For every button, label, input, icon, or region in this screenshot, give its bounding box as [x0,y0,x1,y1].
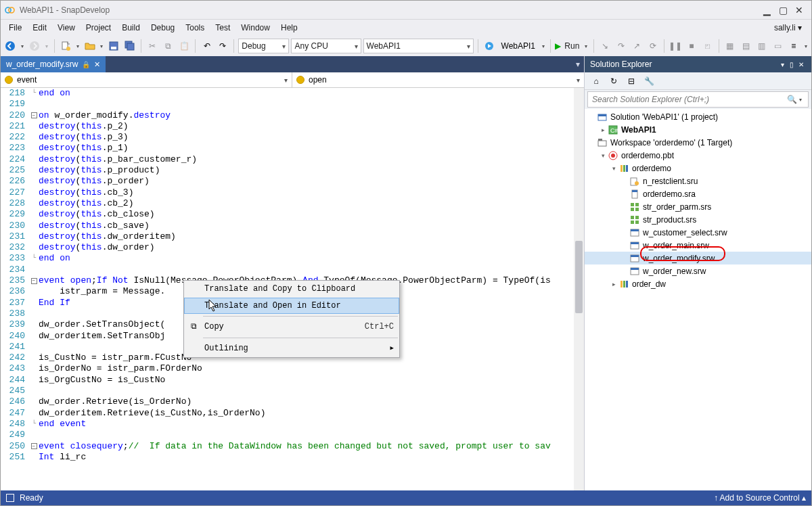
maximize-button[interactable]: ▢ [775,4,791,16]
panel-close-icon[interactable]: ✕ [796,61,806,68]
menu-build[interactable]: Build [116,21,145,34]
svg-point-18 [611,154,615,158]
svg-rect-12 [598,114,606,116]
menu-edit[interactable]: Edit [27,21,52,34]
svg-rect-16 [598,139,602,141]
tree-orderdemo[interactable]: ▾orderdemo [585,162,811,175]
svg-point-5 [66,47,70,51]
scope-dropdown[interactable]: event ▾ [1,72,292,87]
toolbar: ▾ ▾ ▾ ▾ ✂ ⧉ 📋 ↶ ↷ Debug▾ Any CPU▾ WebAPI… [1,36,811,56]
member-dropdown[interactable]: open ▾ [292,72,584,87]
tree-w-order-new-srw[interactable]: w_order_new.srw [585,264,811,277]
svg-rect-21 [626,165,628,172]
panel-pin-icon[interactable]: ▯ [787,61,796,68]
menu-test[interactable]: Test [210,21,235,34]
menubar: FileEditViewProjectBuildDebugToolsTestWi… [1,20,811,36]
tab-close-icon[interactable]: ✕ [94,60,100,69]
nav-back-button[interactable] [3,39,17,53]
se-refresh-icon[interactable]: ↻ [606,74,621,89]
panel-menu-icon[interactable]: ▾ [777,61,787,68]
undo-button[interactable]: ↶ [200,39,213,53]
ctx-copy[interactable]: ⧉CopyCtrl+C [184,319,399,336]
tree-order-dw[interactable]: ▸order_dw [585,277,811,290]
ctx-outlining[interactable]: Outlining▶ [184,340,399,357]
tree-str-order-parm-srs[interactable]: str_order_parm.srs [585,200,811,213]
close-button[interactable]: ✕ [791,4,807,16]
run-button[interactable]: ▶Run▾ [555,41,589,51]
search-input[interactable] [592,95,787,104]
project-select[interactable]: WebAPI1▾ [363,39,474,53]
solution-explorer-title: Solution Explorer ▾ ▯ ✕ [585,56,811,72]
search-icon[interactable]: 🔍 [787,95,797,104]
save-button[interactable] [107,39,120,53]
ctx-translate-and-copy-to-clipboard[interactable]: Translate and Copy to Clipboard [184,281,399,298]
launch-dropdown[interactable]: ▾ [540,43,546,49]
nav-forward-dropdown: ▾ [43,43,49,49]
svg-rect-44 [626,281,628,288]
tree-webapi1[interactable]: ▸C#WebAPI1 [585,123,811,136]
vertical-scrollbar[interactable] [574,88,584,490]
svg-rect-20 [623,165,625,172]
solution-explorer-toolbar: ⌂ ↻ ⊟ 🔧 [585,72,811,90]
svg-rect-30 [631,216,634,219]
svg-rect-35 [631,229,639,231]
se-home-icon[interactable]: ⌂ [589,74,604,89]
config-select[interactable]: Debug▾ [238,39,289,53]
debug-step-over-icon: ↷ [614,39,628,53]
tree-solution-webapi1-1-project-[interactable]: Solution 'WebAPI1' (1 project) [585,110,811,123]
menu-help[interactable]: Help [275,21,303,34]
menu-debug[interactable]: Debug [145,21,180,34]
solution-explorer-pane: Solution Explorer ▾ ▯ ✕ ⌂ ↻ ⊟ 🔧 🔍 ▾ Solu… [584,56,811,490]
file-icon [629,266,640,277]
tree-str-product-srs[interactable]: str_product.srs [585,213,811,226]
svg-rect-19 [621,165,623,172]
new-file-dropdown[interactable]: ▾ [74,43,81,49]
se-properties-icon[interactable]: 🔧 [641,74,656,89]
cut-button: ✂ [145,39,159,53]
tab-overflow-icon[interactable]: ▾ [576,60,580,69]
toolbar-overflow[interactable]: ▾ [803,43,809,49]
tab-w-order-modify[interactable]: w_order_modify.srw 🔒 ✕ [1,56,106,72]
new-file-button[interactable] [59,39,72,53]
open-dropdown[interactable]: ▾ [99,43,105,49]
tree-w-order-modify-srw[interactable]: w_order_modify.srw [585,252,811,264]
menu-view[interactable]: View [52,21,81,34]
se-collapse-icon[interactable]: ⊟ [624,74,639,89]
minimize-button[interactable]: ▁ [759,4,775,16]
svg-point-1 [9,7,14,13]
ctx-translate-and-open-in-editor[interactable]: Translate and Open in Editor [184,298,399,314]
menu-project[interactable]: Project [81,21,116,34]
tree-w-customer-select-srw[interactable]: w_customer_select.srw [585,226,811,239]
code-editor[interactable]: 218└end on219220−on w_order_modify.destr… [1,88,584,490]
tree-w-order-main-srw[interactable]: w_order_main.srw [585,239,811,252]
open-button[interactable] [83,39,96,53]
tool-e-icon[interactable]: ≡ [786,39,800,53]
tree-n-restclient-sru[interactable]: n_restclient.sru [585,175,811,187]
search-dropdown[interactable]: ▾ [797,97,804,103]
menu-tools[interactable]: Tools [180,21,210,34]
navigation-bar: event ▾ open ▾ [1,72,584,88]
tree-orderdemo-pbt[interactable]: ▾orderdemo.pbt [585,149,811,162]
redo-button[interactable]: ↷ [216,39,229,53]
solution-explorer-search[interactable]: 🔍 ▾ [587,91,809,108]
tool-a-icon: ▦ [723,39,737,53]
solution-tree[interactable]: Solution 'WebAPI1' (1 project)▸C#WebAPI1… [585,109,811,490]
nav-back-dropdown[interactable]: ▾ [19,43,25,49]
platform-select[interactable]: Any CPU▾ [291,39,361,53]
tree-workspace-orderdemo-1-target-[interactable]: Workspace 'orderdemo' (1 Target) [585,136,811,149]
svg-point-2 [5,41,15,51]
debug-restart-icon: ⟳ [646,39,660,53]
save-all-button[interactable] [123,39,137,53]
menu-window[interactable]: Window [235,21,275,34]
menu-file[interactable]: File [3,21,27,34]
svg-rect-29 [635,208,639,211]
file-icon [629,176,640,187]
launch-icon[interactable] [482,39,496,53]
tree-orderdemo-sra[interactable]: orderdemo.sra [585,187,811,200]
svg-text:C#: C# [610,127,618,134]
context-menu: Translate and Copy to ClipboardTranslate… [183,280,400,358]
source-control-button[interactable]: ↑ Add to Source Control ▴ [714,493,806,503]
user-menu[interactable]: sally.li ▾ [767,21,809,34]
window-title: WebAPI1 - SnapDevelop [20,5,110,15]
svg-rect-39 [631,255,639,257]
